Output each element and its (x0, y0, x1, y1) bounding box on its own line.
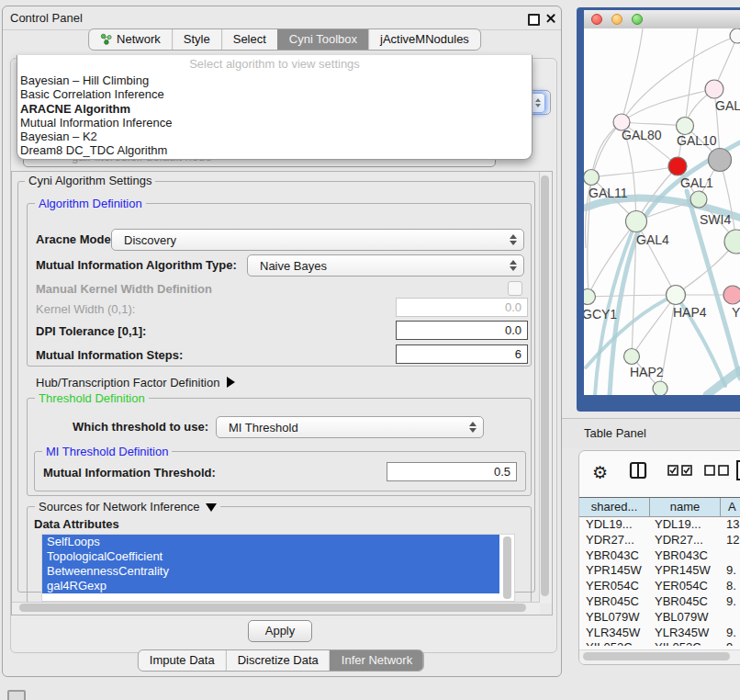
list-item-gal4rgexp[interactable]: gal4RGexp (42, 579, 499, 593)
network-node-gal10[interactable] (677, 118, 694, 135)
dropdown-item-basic-correlation[interactable]: Basic Correlation Inference (17, 87, 532, 101)
tab-select[interactable]: Select (221, 29, 277, 50)
tab-infer-network[interactable]: Infer Network (330, 650, 423, 671)
table-cell[interactable]: YDL19... (650, 517, 721, 533)
network-node-gal4[interactable] (626, 211, 647, 232)
tab-jactivemnodules[interactable]: jActiveMNodules (368, 29, 480, 50)
data-attributes-list[interactable]: SelfLoops TopologicalCoefficient Between… (41, 534, 515, 602)
settings-vertical-scrollbar[interactable] (539, 172, 552, 604)
tab-discretize-data[interactable]: Discretize Data (226, 650, 330, 671)
network-edge[interactable] (622, 89, 714, 122)
table-cell[interactable]: 13 (721, 517, 740, 533)
table-row[interactable]: YER054CYER054C8. (579, 579, 740, 594)
close-icon[interactable] (545, 13, 556, 24)
table-row[interactable]: YBR045CYBR045C9. (579, 594, 740, 610)
deselect-all-checkboxes-icon[interactable] (704, 465, 730, 480)
network-node-gal1[interactable] (668, 157, 687, 175)
table-cell[interactable] (721, 548, 740, 564)
select-all-checkboxes-icon[interactable] (667, 465, 693, 480)
table-row[interactable]: YBR043CYBR043C (579, 548, 740, 564)
list-scrollbar[interactable] (502, 536, 512, 599)
network-node-gal11[interactable] (584, 170, 600, 186)
list-item-betweennesscentrality[interactable]: BetweennessCentrality (42, 564, 499, 579)
table-row[interactable]: YDR27...YDR27...12 (579, 533, 740, 548)
table-cell[interactable]: YER054C (650, 579, 721, 594)
dropdown-item-aracne[interactable]: ARACNE Algorithm (17, 102, 532, 116)
mi-threshold-field[interactable]: 0.5 (387, 462, 517, 481)
table-cell[interactable]: YLR345W (579, 626, 650, 641)
table-cell[interactable]: YBL079W (650, 610, 721, 626)
table-cell[interactable]: YBR045C (579, 594, 650, 610)
table-cell[interactable]: 12 (721, 533, 740, 548)
tab-style[interactable]: Style (172, 29, 221, 50)
which-threshold-combo[interactable]: MI Threshold (216, 416, 484, 438)
table-cell[interactable] (721, 610, 740, 626)
table-cell[interactable]: YPR145W (650, 563, 721, 579)
table-row[interactable]: YPR145WYPR145W9. (579, 563, 740, 579)
network-node[interactable] (730, 28, 740, 43)
network-edge[interactable] (591, 166, 678, 177)
dropdown-item-dream8[interactable]: Dream8 DC_TDC Algorithm (17, 143, 532, 157)
network-edge[interactable] (720, 160, 736, 242)
tab-impute-data[interactable]: Impute Data (139, 650, 226, 671)
sources-toggle[interactable]: Sources for Network Inference (35, 500, 220, 514)
table-cell[interactable]: YPR145W (579, 563, 650, 579)
table-cell[interactable]: YDR27... (650, 533, 721, 548)
zoom-traffic-light[interactable] (632, 14, 643, 25)
list-item-topologicalcoefficient[interactable]: TopologicalCoefficient (42, 549, 499, 564)
kernel-width-field[interactable]: 0.0 (396, 298, 528, 317)
tab-cyni-toolbox[interactable]: Cyni Toolbox (277, 29, 368, 50)
network-canvas[interactable]: GALGAL80GAL10GAL1GAL11SWI4GAL4GCY1HAP4YH… (584, 28, 740, 395)
dropdown-item-bayesian-hill-climbing[interactable]: Bayesian – Hill Climbing (17, 73, 532, 87)
table-cell[interactable]: YLR345W (650, 626, 721, 641)
network-node-hap2[interactable] (624, 349, 640, 365)
hub-definition-toggle[interactable]: Hub/Transcription Factor Definition (36, 376, 235, 390)
network-edge[interactable] (588, 295, 676, 297)
dropdown-item-bayesian-k2[interactable]: Bayesian – K2 (17, 130, 532, 143)
settings-horizontal-scrollbar[interactable] (12, 602, 540, 615)
table-cell[interactable]: YDR27... (579, 533, 650, 548)
table-cell[interactable]: 9. (721, 594, 740, 610)
network-node[interactable] (724, 230, 740, 254)
mi-steps-field[interactable]: 6 (396, 344, 528, 364)
dropdown-item-mutual-information[interactable]: Mutual Information Inference (17, 116, 532, 130)
table-cell[interactable]: YBR043C (579, 548, 650, 564)
network-edge[interactable] (591, 122, 622, 177)
network-node-swi4[interactable] (690, 191, 707, 208)
network-node-hap4[interactable] (667, 286, 686, 305)
table-row[interactable]: YIL052CYIL052C9 (579, 640, 740, 646)
close-traffic-light[interactable] (591, 14, 602, 25)
table-cell[interactable]: YDL19... (579, 517, 650, 533)
network-node-gal[interactable] (705, 80, 723, 98)
table-cell[interactable]: 9. (721, 563, 740, 579)
table-row[interactable]: YLR345WYLR345W9. (579, 626, 740, 641)
collapsed-panel-icon[interactable] (7, 690, 26, 700)
network-window-titlebar[interactable] (584, 10, 740, 29)
aracne-mode-combo[interactable]: Discovery (111, 229, 524, 251)
network-node-gcy1[interactable] (584, 289, 596, 305)
table-cell[interactable]: 8. (721, 579, 740, 594)
network-node-y[interactable] (723, 286, 740, 304)
float-window-icon[interactable] (528, 14, 540, 26)
minimize-traffic-light[interactable] (611, 14, 622, 25)
tab-network[interactable]: Network (89, 29, 172, 50)
table-cell[interactable]: YBR043C (650, 548, 721, 564)
column-header-third[interactable]: A (721, 498, 740, 516)
split-columns-icon[interactable] (629, 461, 647, 482)
table-cell[interactable]: YBR045C (650, 594, 721, 610)
table-cell[interactable]: YIL052C (650, 640, 721, 646)
network-edge[interactable] (632, 295, 676, 356)
dpi-tolerance-field[interactable]: 0.0 (396, 321, 528, 340)
network-node[interactable] (653, 381, 667, 395)
manual-kernel-width-checkbox[interactable] (508, 281, 522, 296)
table-cell[interactable]: 9. (721, 626, 740, 641)
table-rows[interactable]: YDL19...YDL19...13YDR27...YDR27...12YBR0… (579, 517, 740, 646)
mi-type-combo[interactable]: Naive Bayes (247, 254, 524, 277)
table-cell[interactable]: YER054C (579, 579, 650, 594)
new-table-icon[interactable] (735, 459, 740, 484)
table-horizontal-scrollbar[interactable] (579, 649, 740, 664)
table-cell[interactable]: YBL079W (579, 610, 650, 626)
network-edge[interactable] (622, 122, 685, 126)
network-node[interactable] (709, 149, 732, 172)
table-row[interactable]: YDL19...YDL19...13 (579, 517, 740, 533)
